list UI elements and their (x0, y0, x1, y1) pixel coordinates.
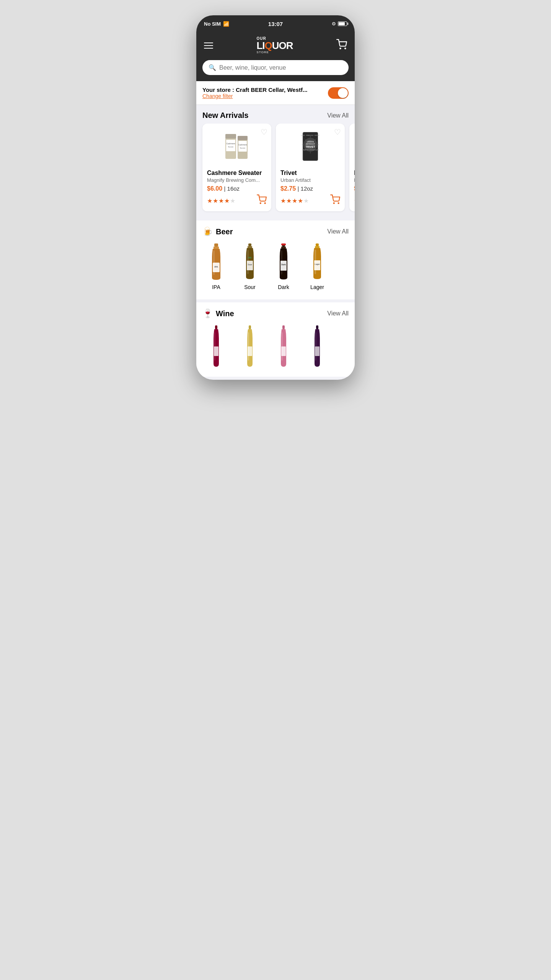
product-card-2[interactable]: ♡ (276, 124, 345, 211)
svg-point-1 (345, 48, 346, 49)
svg-rect-47 (248, 257, 251, 258)
beer-icon: 🍺 (202, 227, 213, 237)
svg-point-31 (334, 203, 334, 204)
beer-view-all[interactable]: View All (327, 228, 349, 235)
product-price-1: $6.00 | 16oz (207, 185, 240, 192)
search-icon: 🔍 (209, 64, 216, 71)
wine-item-3[interactable] (267, 322, 300, 371)
product-brewery-2: Urban Artifact (280, 177, 340, 183)
beer-section-header: 🍺 Beer View All (196, 220, 355, 240)
product-card-3[interactable]: ♡ HORC BARREL AGED HORC BARTE... $11.99 … (349, 124, 355, 211)
product-rating-1: ★★★★★ (207, 194, 267, 207)
svg-text:CRANBERRY LEMONADE GOSE: CRANBERRY LEMONADE GOSE (302, 149, 319, 151)
category-label-dark: Dark (278, 284, 289, 290)
svg-rect-4 (226, 140, 235, 151)
svg-point-13 (265, 203, 266, 204)
wine-image-1 (207, 325, 226, 368)
battery-icon (338, 21, 347, 26)
main-content: New Arrivals View All ♡ Cashmere Sweater (196, 105, 355, 377)
cart-button[interactable] (336, 39, 347, 52)
wine-item-2[interactable] (233, 322, 267, 371)
wine-icon: 🍷 (202, 309, 213, 318)
hamburger-line-2 (204, 45, 213, 46)
category-label-sour: Sour (244, 284, 256, 290)
carrier-label: No SIM (204, 21, 221, 27)
category-label-lager: Lager (310, 284, 324, 290)
search-box[interactable]: 🔍 (202, 60, 349, 75)
product-card-1[interactable]: ♡ Cashmere Sweater Cashmere Sweater (202, 124, 271, 211)
svg-rect-53 (316, 243, 319, 246)
svg-rect-43 (248, 243, 251, 246)
hamburger-line-1 (204, 42, 213, 43)
category-image-sour: Sour (236, 243, 264, 282)
product-price-row-2: $2.75 | 12oz (280, 185, 340, 192)
product-image-3: HORC BARREL AGED (354, 128, 355, 167)
beer-categories-scroll[interactable]: IPA IPA (196, 240, 355, 299)
search-input[interactable] (219, 64, 342, 71)
wine-items-scroll[interactable] (196, 322, 355, 377)
wine-image-3 (274, 325, 293, 368)
new-arrivals-scroll[interactable]: ♡ Cashmere Sweater Cashmere Sweater (196, 124, 355, 217)
svg-text:IPA: IPA (214, 266, 218, 268)
add-cart-btn-1[interactable] (257, 194, 267, 207)
svg-rect-9 (238, 141, 247, 152)
store-filter-toggle[interactable] (328, 87, 349, 99)
logo-text: LIQUOR (256, 41, 293, 51)
add-cart-btn-2[interactable] (330, 194, 340, 207)
product-price-2: $2.75 | 12oz (280, 185, 313, 192)
status-left: No SIM 📶 (204, 21, 229, 27)
wine-item-1[interactable] (199, 322, 233, 371)
product-image-1: Cashmere Sweater Cashmere Sweater (207, 128, 267, 167)
hamburger-menu[interactable] (204, 42, 213, 49)
change-filter-link[interactable]: Change filter (202, 93, 308, 99)
svg-text:Cashmere: Cashmere (226, 142, 235, 145)
store-name: Your store : Craft BEER Cellar, Westf... (202, 87, 308, 93)
product-stars-1: ★★★★★ (207, 197, 236, 204)
svg-rect-59 (249, 325, 251, 329)
product-name-3: HORC (354, 170, 355, 176)
wine-image-2 (240, 325, 259, 368)
product-rating-3: ★★★★★ (354, 194, 355, 207)
new-arrivals-header: New Arrivals View All (196, 105, 355, 124)
status-time: 13:07 (268, 21, 283, 27)
svg-rect-39 (214, 243, 218, 247)
lock-icon: ⊙ (332, 21, 336, 26)
svg-rect-40 (214, 247, 219, 249)
svg-text:Sweater: Sweater (240, 147, 246, 149)
product-rating-2: ★★★★★ (280, 194, 340, 207)
new-arrivals-view-all[interactable]: View All (327, 112, 349, 119)
product-image-2: URBAN ARTIFACT TRIVET CRANBERRY LEMONADE… (280, 128, 340, 167)
category-lager[interactable]: Lager Lager (300, 240, 334, 293)
svg-rect-61 (282, 325, 285, 329)
wine-section-header: 🍷 Wine View All (196, 302, 355, 322)
toggle-knob (338, 88, 348, 98)
product-stars-2: ★★★★★ (280, 197, 309, 204)
category-image-dark: Dark (270, 243, 297, 282)
wishlist-btn-2[interactable]: ♡ (334, 127, 341, 137)
category-dark[interactable]: Dark Dark (267, 240, 300, 293)
svg-rect-54 (315, 246, 320, 248)
app-header: OUR LIQUOR STORE (196, 32, 355, 60)
status-right: ⊙ (332, 21, 347, 26)
category-label-ipa: IPA (212, 284, 220, 290)
svg-rect-50 (281, 243, 286, 245)
wine-item-4[interactable] (300, 322, 334, 371)
beer-title-row: 🍺 Beer (202, 227, 233, 237)
beer-section-title: Beer (216, 227, 233, 236)
category-sour[interactable]: Sour Sour (233, 240, 267, 293)
logo-middle: LIQUOR (256, 41, 293, 51)
svg-text:Sweater: Sweater (228, 146, 234, 148)
logo-store: STORE (256, 51, 269, 54)
svg-text:SOUR · SPARKLING · BRIGHT: SOUR · SPARKLING · BRIGHT (301, 135, 320, 136)
svg-rect-8 (238, 136, 248, 140)
wishlist-btn-1[interactable]: ♡ (261, 127, 267, 137)
product-name-1: Cashmere Sweater (207, 170, 267, 176)
svg-rect-44 (248, 246, 252, 248)
search-container: 🔍 (196, 60, 355, 81)
category-ipa[interactable]: IPA IPA (199, 240, 233, 293)
svg-point-12 (260, 203, 261, 204)
wine-view-all[interactable]: View All (327, 310, 349, 317)
new-arrivals-title: New Arrivals (202, 111, 248, 120)
hamburger-line-3 (204, 48, 213, 49)
battery-fill (339, 22, 345, 25)
